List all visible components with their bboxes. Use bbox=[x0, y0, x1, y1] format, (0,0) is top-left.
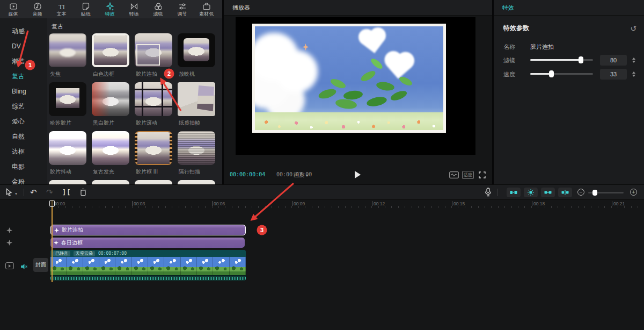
player-canvas[interactable] bbox=[236, 17, 475, 155]
filmstrip bbox=[50, 257, 246, 275]
record-voiceover-button[interactable] bbox=[485, 188, 492, 199]
effect-card-partial[interactable] bbox=[92, 180, 129, 184]
chevron-down-icon: ▾ bbox=[306, 173, 308, 178]
滤镜-slider[interactable] bbox=[530, 59, 593, 61]
auto-snap-button[interactable] bbox=[507, 188, 521, 197]
effect-card-失焦[interactable]: 失焦 bbox=[49, 33, 86, 82]
速度-value-input[interactable]: 33 bbox=[600, 69, 627, 80]
tab-effects[interactable]: 特效 bbox=[502, 4, 514, 12]
category-自然[interactable]: 自然 bbox=[0, 129, 47, 144]
toolbar-item-package[interactable]: 素材包 bbox=[194, 2, 218, 17]
category-电影[interactable]: 电影 bbox=[0, 159, 47, 174]
effect-card-纸质抽帧[interactable]: 纸质抽帧 bbox=[178, 82, 215, 131]
param-row-滤镜: 滤镜 80 bbox=[503, 55, 639, 66]
effect-card-partial[interactable] bbox=[49, 180, 86, 184]
category-Bling[interactable]: Bling bbox=[0, 84, 47, 99]
delete-button[interactable] bbox=[79, 188, 87, 198]
effect-label: 哈苏胶片 bbox=[49, 119, 86, 127]
滤镜-value-input[interactable]: 80 bbox=[600, 55, 627, 66]
name-label: 名称 bbox=[503, 44, 515, 50]
effect-label: 复古发光 bbox=[92, 168, 129, 176]
effect-card-胶片抖动[interactable]: 胶片抖动 bbox=[49, 131, 86, 180]
timeline-zoom-slider[interactable] bbox=[588, 192, 624, 193]
category-边框[interactable]: 边框 bbox=[0, 144, 47, 159]
select-tool-dropdown[interactable]: ▾ bbox=[15, 189, 17, 199]
timeline-zoom-out-button[interactable]: − bbox=[577, 189, 584, 196]
category-综艺[interactable]: 综艺 bbox=[0, 99, 47, 114]
flower-meadow bbox=[255, 112, 443, 130]
undo-button[interactable]: ↶ bbox=[30, 188, 37, 197]
category-潮酷[interactable]: 潮酷 bbox=[0, 54, 47, 69]
fit-button[interactable]: 适应 bbox=[462, 171, 474, 179]
category-复古[interactable]: 复古 bbox=[0, 69, 47, 84]
effect-card-partial[interactable] bbox=[178, 180, 215, 184]
toolbar-item-adjust[interactable]: 调节 bbox=[170, 2, 194, 17]
playhead-handle[interactable] bbox=[49, 200, 55, 207]
effect-thumbnail bbox=[178, 33, 215, 67]
effect-card-胶片连拍[interactable]: 胶片连拍 bbox=[135, 33, 172, 82]
category-DV[interactable]: DV bbox=[0, 39, 47, 54]
toolbar-item-media[interactable]: 媒体 bbox=[1, 2, 25, 17]
effect-card-白色边框[interactable]: 白色边框 bbox=[92, 33, 129, 82]
滤镜-stepper[interactable] bbox=[630, 55, 638, 66]
leaf bbox=[343, 90, 363, 101]
effect-label: 胶片滚动 bbox=[135, 119, 172, 127]
effect-card-放映机[interactable]: 放映机 bbox=[178, 33, 215, 82]
toolbar-item-sticker[interactable]: 贴纸 bbox=[74, 2, 98, 17]
cover-button[interactable]: 封面 bbox=[33, 258, 48, 272]
main-track-icon bbox=[5, 262, 14, 269]
effect-clip-icon bbox=[54, 240, 58, 245]
linkage-button[interactable] bbox=[524, 188, 538, 197]
toolbar-item-filter[interactable]: 滤镜 bbox=[146, 2, 170, 17]
sticker-icon bbox=[82, 2, 90, 11]
leaf bbox=[370, 57, 384, 70]
media-toolbar: 媒体 音频 TI 文本 贴纸 特效 转场 滤镜 调节 素材包 bbox=[0, 0, 222, 18]
速度-slider[interactable] bbox=[530, 73, 593, 75]
toolbar-item-audio[interactable]: 音频 bbox=[25, 2, 49, 17]
effect-clip-film-burst[interactable]: 胶片连拍 bbox=[50, 225, 246, 235]
filmstrip-frame bbox=[115, 257, 131, 275]
reset-icon[interactable]: ↺ bbox=[630, 24, 636, 33]
preview-axis-button[interactable] bbox=[541, 188, 555, 197]
category-动感[interactable]: 动感 bbox=[0, 24, 47, 39]
toolbar-item-text[interactable]: TI 文本 bbox=[49, 2, 74, 17]
effect-card-胶片滚动[interactable]: 胶片滚动 bbox=[135, 82, 172, 131]
audio-icon bbox=[33, 2, 42, 11]
effect-label: 隔行扫描 bbox=[178, 168, 215, 176]
heart-cloud-2 bbox=[390, 57, 408, 76]
effect-card-partial[interactable] bbox=[135, 180, 172, 184]
timeline-ruler[interactable]: 00:0000:0300:0600:0900:1200:1500:1800:21 bbox=[48, 200, 644, 208]
effect-card-隔行扫描[interactable]: 隔行扫描 bbox=[178, 131, 215, 180]
svg-text:TI: TI bbox=[58, 3, 64, 10]
category-爱心[interactable]: 爱心 bbox=[0, 114, 47, 129]
ruler-tick bbox=[612, 201, 612, 206]
toolbar-item-effects[interactable]: 特效 bbox=[98, 2, 122, 17]
速度-stepper[interactable] bbox=[630, 69, 638, 80]
main-track-magnet-button[interactable] bbox=[558, 188, 572, 197]
inspector-header: 特效 bbox=[494, 0, 644, 16]
ruler-tick bbox=[132, 201, 133, 206]
fullscreen-icon[interactable] bbox=[479, 171, 486, 180]
redo-button[interactable]: ↷ bbox=[46, 188, 53, 197]
mute-speaker-icon[interactable] bbox=[20, 262, 28, 272]
timeline-zoom-in-button[interactable]: + bbox=[630, 189, 637, 196]
effect-card-复古发光[interactable]: 复古发光 bbox=[92, 131, 129, 180]
effect-label: 纸质抽帧 bbox=[178, 119, 215, 127]
play-button[interactable] bbox=[355, 171, 361, 178]
ruler-label: 00:09 bbox=[294, 201, 305, 206]
effect-params-title: 特效参数 bbox=[503, 24, 529, 33]
player-header: 播放器 bbox=[224, 0, 492, 16]
select-tool-button[interactable] bbox=[5, 188, 13, 199]
effect-clip-spring-border[interactable]: 春日边框 bbox=[50, 238, 245, 248]
effect-card-胶片框 III[interactable]: 胶片框 III bbox=[135, 131, 172, 180]
video-clip[interactable]: 已静音 天空云朵 00:00:07:00 bbox=[50, 250, 246, 281]
effect-card-黑白胶片[interactable]: 黑白胶片 bbox=[92, 82, 129, 131]
split-button[interactable]: ][ bbox=[62, 189, 71, 196]
quality-dropdown[interactable]: 画质▾ bbox=[294, 171, 308, 179]
effect-name-value: 胶片连拍 bbox=[530, 43, 554, 51]
effect-card-哈苏胶片[interactable]: 哈苏胶片 bbox=[49, 82, 86, 131]
toolbar-item-transition[interactable]: 转场 bbox=[122, 2, 146, 17]
effect-label: 白色边框 bbox=[92, 70, 129, 78]
ruler-tick bbox=[532, 201, 532, 206]
preview-quality-icon[interactable] bbox=[449, 171, 459, 180]
